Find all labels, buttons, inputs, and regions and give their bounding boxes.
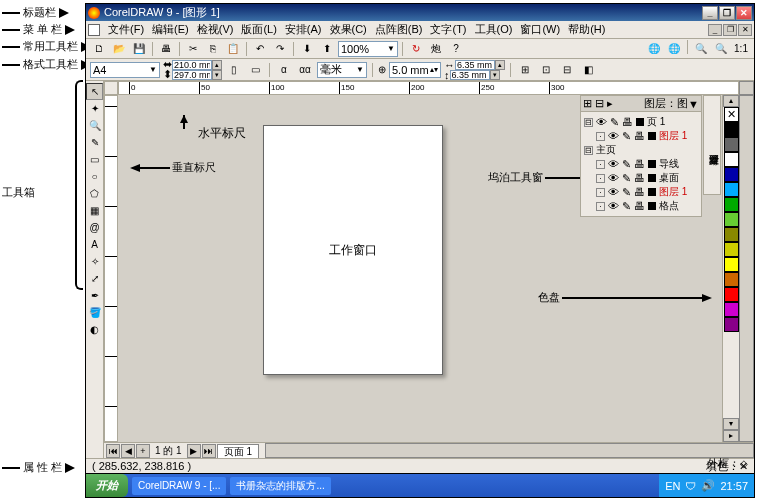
interactive-fill-tool[interactable]: ◐ (86, 321, 103, 338)
color-swatch[interactable] (724, 302, 739, 317)
eyedropper-tool[interactable]: ⤢ (86, 270, 103, 287)
paste-button[interactable]: 📋 (224, 40, 242, 57)
layer-row[interactable]: ⊟👁✎🖶页 1 (584, 115, 698, 129)
maximize-button[interactable]: ❐ (719, 6, 735, 20)
outline-tool[interactable]: ✒ (86, 287, 103, 304)
layer-row[interactable]: ·👁✎🖶图层 1 (596, 129, 698, 143)
dupy-input[interactable] (450, 70, 490, 80)
color-swatch[interactable] (724, 212, 739, 227)
snap3-button[interactable]: ⊟ (558, 61, 576, 78)
tray-lang[interactable]: EN (665, 480, 680, 492)
zoom-tool[interactable]: 🔍 (86, 117, 103, 134)
menu-arrange[interactable]: 安排(A) (281, 21, 326, 38)
palette-flyout-button[interactable]: ▸ (723, 430, 739, 442)
fill-tool[interactable]: 🪣 (86, 304, 103, 321)
refresh-button[interactable]: ↻ (407, 40, 425, 57)
open-button[interactable]: 📂 (110, 40, 128, 57)
dup-offset-spinners[interactable]: ↔▴ ↕▾ (444, 60, 505, 80)
color-swatch[interactable] (724, 227, 739, 242)
color-swatch[interactable] (724, 152, 739, 167)
system-tray[interactable]: EN 🛡 🔊 21:57 (659, 474, 754, 497)
prev-page-button[interactable]: ◀ (121, 444, 135, 458)
vscroll-up-button[interactable] (739, 81, 754, 95)
mdi-doc-icon[interactable] (88, 24, 100, 36)
close-button[interactable]: ✕ (736, 6, 752, 20)
menu-view[interactable]: 检视(V) (193, 21, 238, 38)
object-manager-docker[interactable]: ⊞ ⊟ ▸ 图层：图▼ ⊟👁✎🖶页 1·👁✎🖶图层 1⊟主页·👁✎🖶导线·👁✎🖶… (580, 95, 702, 217)
mdi-restore-button[interactable]: ❐ (723, 24, 737, 36)
portrait-button[interactable]: ▯ (225, 61, 243, 78)
layer-row[interactable]: ·👁✎🖶图层 1 (596, 185, 698, 199)
menu-file[interactable]: 文件(F) (104, 21, 148, 38)
color-swatch[interactable] (724, 182, 739, 197)
color-swatch[interactable] (724, 137, 739, 152)
layer-row[interactable]: ·👁✎🖶桌面 (596, 171, 698, 185)
menu-edit[interactable]: 编辑(E) (148, 21, 193, 38)
color-swatch[interactable] (724, 272, 739, 287)
ruler-corner[interactable] (104, 81, 118, 95)
snap1-button[interactable]: ⊞ (516, 61, 534, 78)
spiral-tool[interactable]: @ (86, 219, 103, 236)
landscape-button[interactable]: ▭ (246, 61, 264, 78)
ellipse-tool[interactable]: ○ (86, 168, 103, 185)
snap2-button[interactable]: ⊡ (537, 61, 555, 78)
menu-help[interactable]: 帮助(H) (564, 21, 609, 38)
color-swatch[interactable] (724, 257, 739, 272)
last-page-button[interactable]: ⏭ (202, 444, 216, 458)
polygon-tool[interactable]: ⬠ (86, 185, 103, 202)
rectangle-tool[interactable]: ▭ (86, 151, 103, 168)
height-input[interactable] (172, 70, 212, 80)
first-page-button[interactable]: ⏮ (106, 444, 120, 458)
menu-window[interactable]: 窗口(W) (516, 21, 564, 38)
color-swatch[interactable] (724, 167, 739, 182)
options-button[interactable]: ? (447, 40, 465, 57)
minimize-button[interactable]: _ (702, 6, 718, 20)
zoomout-button[interactable]: 🔍 (712, 40, 730, 57)
export-button[interactable]: ⬆ (318, 40, 336, 57)
color-swatch[interactable] (724, 287, 739, 302)
menu-tools[interactable]: 工具(O) (471, 21, 517, 38)
dupx-input[interactable] (455, 60, 495, 70)
import-button[interactable]: ⬇ (298, 40, 316, 57)
palette-down-button[interactable]: ▾ (723, 418, 739, 430)
color-swatch[interactable] (724, 242, 739, 257)
save-button[interactable]: 💾 (130, 40, 148, 57)
zoom11-button[interactable]: 1:1 (732, 40, 750, 57)
color-swatch[interactable] (724, 122, 739, 137)
palette-up-button[interactable]: ▴ (723, 95, 739, 107)
horizontal-ruler[interactable]: 050100150200250300 (118, 81, 739, 95)
next-page-button[interactable]: ▶ (187, 444, 201, 458)
vertical-scrollbar[interactable] (739, 95, 754, 442)
color-swatch[interactable] (724, 317, 739, 332)
web-button[interactable]: 🌐 (645, 40, 663, 57)
color-swatch[interactable] (724, 197, 739, 212)
width-input[interactable] (172, 60, 212, 70)
undo-button[interactable]: ↶ (251, 40, 269, 57)
snap4-button[interactable]: ◧ (579, 61, 597, 78)
cut-button[interactable]: ✂ (184, 40, 202, 57)
titlebar[interactable]: CorelDRAW 9 - [图形 1] _ ❐ ✕ (86, 4, 754, 21)
layer-row[interactable]: ·👁✎🖶格点 (596, 199, 698, 213)
drawing-canvas[interactable]: 工作窗口 水平标尺 垂直标尺 坞泊工具窗 色盘 (118, 95, 739, 442)
task-item-coreldraw[interactable]: CorelDRAW 9 - [... (132, 477, 226, 495)
docker-header[interactable]: ⊞ ⊟ ▸ 图层：图▼ (581, 96, 701, 112)
menu-text[interactable]: 文字(T) (426, 21, 470, 38)
graph-tool[interactable]: ▦ (86, 202, 103, 219)
page-tab[interactable]: 页面 1 (217, 444, 259, 458)
pages-button[interactable]: α (275, 61, 293, 78)
tray-icon[interactable]: 🛡 (685, 480, 696, 492)
unit-combo[interactable]: 毫米▼ (317, 62, 367, 78)
print-button[interactable]: 🖶 (157, 40, 175, 57)
start-button[interactable]: 开始 (86, 474, 128, 497)
redo-button[interactable]: ↷ (271, 40, 289, 57)
new-button[interactable]: 🗋 (90, 40, 108, 57)
swatch-none[interactable] (724, 107, 739, 122)
task-item-doc[interactable]: 书册杂志的排版方... (230, 477, 330, 495)
interactive-tool[interactable]: ✧ (86, 253, 103, 270)
pages2-button[interactable]: αα (296, 61, 314, 78)
menu-bitmap[interactable]: 点阵图(B) (371, 21, 427, 38)
app-launcher-button[interactable]: 炮 (427, 40, 445, 57)
freehand-tool[interactable]: ✎ (86, 134, 103, 151)
zoom-combo[interactable]: 100%▼ (338, 41, 398, 57)
mdi-close-button[interactable]: ✕ (738, 24, 752, 36)
